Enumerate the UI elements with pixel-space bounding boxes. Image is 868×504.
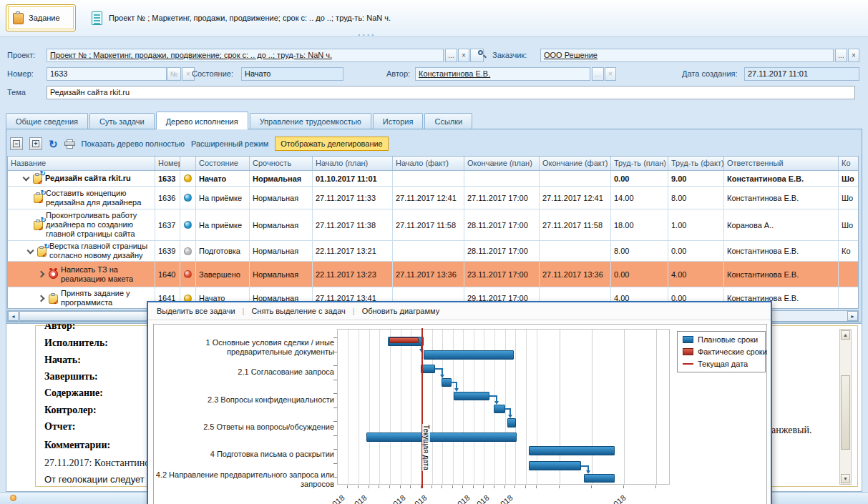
table-row-task-1639[interactable]: ✓↻Верстка главной страницы согласно ново… bbox=[8, 241, 858, 262]
gantt-bar-plan[interactable] bbox=[424, 350, 514, 360]
gantt-bar-plan[interactable] bbox=[529, 461, 581, 470]
number-auto-button[interactable]: № bbox=[167, 67, 181, 81]
author-select-button[interactable]: ... bbox=[592, 67, 604, 81]
gantt-bar-fact[interactable] bbox=[389, 337, 419, 343]
column-header-work_plan[interactable]: Труд-ть (план) bbox=[611, 157, 668, 170]
tab-Дерево исполнения[interactable]: Дерево исполнения bbox=[156, 112, 248, 129]
expander-down-icon[interactable] bbox=[26, 247, 34, 255]
status-circle-cell bbox=[180, 209, 196, 240]
gantt-connector-arrow bbox=[454, 388, 459, 392]
project-select-button[interactable]: ... bbox=[445, 49, 457, 62]
gridline bbox=[348, 330, 348, 484]
task-name-text: Принять задание у программиста bbox=[61, 289, 152, 307]
expander-right-icon[interactable] bbox=[38, 270, 46, 278]
gantt-task-label: 1 Основные условия сделки / иные предвар… bbox=[155, 338, 334, 357]
cell-responsible: Константинова Е.В. bbox=[724, 262, 839, 287]
show-delegation-toggle[interactable]: Отображать делегирование bbox=[275, 137, 388, 151]
cell-responsible: Константинова Е.В. bbox=[724, 241, 839, 261]
author-clear-button[interactable]: × bbox=[605, 67, 616, 81]
column-header-name[interactable]: Название bbox=[8, 157, 155, 170]
column-header-status[interactable] bbox=[180, 157, 196, 170]
table-row-task-1637[interactable]: ✓↻Проконтроливать работу дизайнера по со… bbox=[8, 209, 858, 241]
expander-down-icon[interactable] bbox=[22, 174, 30, 182]
collapse-tree-button[interactable]: − bbox=[10, 137, 23, 150]
refresh-icon[interactable]: ↻ bbox=[49, 139, 58, 149]
project-open-button[interactable] bbox=[470, 49, 484, 62]
cell-controller: Ко bbox=[839, 241, 859, 261]
task-name-text: Верстка главной страницы согласно новому… bbox=[49, 242, 152, 260]
scroll-thumb[interactable] bbox=[841, 375, 850, 450]
gantt-bar-plan[interactable] bbox=[454, 392, 489, 400]
gantt-menu-2[interactable]: Обновить диаграмму bbox=[361, 305, 442, 317]
customer-clear-button[interactable]: × bbox=[848, 49, 859, 62]
scroll-right-arrow[interactable]: ► bbox=[847, 311, 858, 321]
column-header-responsible[interactable]: Ответственный bbox=[724, 157, 839, 170]
column-header-urgency[interactable]: Срочность bbox=[250, 157, 313, 170]
column-header-start_fact[interactable]: Начало (факт) bbox=[393, 157, 464, 170]
x-axis-tick bbox=[442, 485, 442, 488]
tab-История[interactable]: История bbox=[373, 113, 424, 129]
column-header-end_plan[interactable]: Окончание (план) bbox=[464, 157, 540, 170]
subject-field[interactable]: Редизайн сайта rkit.ru bbox=[47, 86, 855, 99]
show-full-tree-button[interactable]: Показать дерево полностью bbox=[82, 139, 185, 148]
project-field[interactable]: Проект № ; Маркетинг, продажи, продвижен… bbox=[47, 49, 444, 62]
print-icon[interactable] bbox=[64, 139, 75, 149]
tab-Ссылки[interactable]: Ссылки bbox=[424, 113, 472, 129]
gantt-bar-plan[interactable] bbox=[421, 365, 435, 373]
column-header-controller[interactable]: Ко bbox=[839, 157, 859, 170]
splitter-grip[interactable]: ···· bbox=[358, 33, 376, 37]
extended-mode-button[interactable]: Расширенный режим bbox=[191, 139, 268, 148]
project-summary-text: Проект № ; Маркетинг, продажи, продвижен… bbox=[109, 14, 391, 22]
column-header-end_fact[interactable]: Окончание (факт) bbox=[540, 157, 611, 170]
task-button[interactable]: Задание bbox=[6, 4, 76, 31]
status-circle-cell bbox=[180, 187, 196, 209]
table-row-task-1636[interactable]: ✓↻Составить концепцию редизайна для диза… bbox=[8, 187, 858, 209]
task-name-cell: ✓↻Составить концепцию редизайна для диза… bbox=[8, 187, 155, 209]
column-header-start_plan[interactable]: Начало (план) bbox=[313, 157, 393, 170]
y-axis-tick bbox=[333, 380, 337, 380]
gridline-major bbox=[624, 330, 625, 484]
gantt-menu-1[interactable]: Снять выделение с задач bbox=[250, 305, 346, 317]
project-summary-item[interactable]: Проект № ; Маркетинг, продажи, продвижен… bbox=[86, 7, 396, 29]
cell-start_plan: 27.11.2017 11:38 bbox=[313, 209, 393, 240]
x-axis-label: 1 2018 bbox=[307, 493, 346, 504]
customer-field[interactable]: ООО Решение bbox=[540, 49, 834, 62]
table-row-task-1633[interactable]: ✓↻Редизайн сайта rkit.ru1633НачатоНормал… bbox=[8, 171, 858, 187]
x-axis-tick bbox=[515, 485, 515, 488]
gantt-menu-0[interactable]: Выделить все задачи bbox=[155, 305, 237, 317]
created-field[interactable]: 27.11.2017 11:01 bbox=[744, 67, 859, 81]
scroll-left-arrow[interactable]: ◄ bbox=[8, 311, 19, 321]
scroll-up-arrow[interactable]: ▲ bbox=[841, 330, 850, 340]
gantt-bar-plan[interactable] bbox=[366, 433, 517, 442]
task-name-cell: ✓↻Верстка главной страницы согласно ново… bbox=[8, 241, 155, 261]
scroll-down-arrow[interactable]: ▼ bbox=[841, 474, 850, 483]
expand-tree-button[interactable]: + bbox=[29, 137, 42, 150]
task-name-text: Проконтроливать работу дизайнера по созд… bbox=[46, 211, 152, 239]
tab-Суть задачи[interactable]: Суть задачи bbox=[89, 113, 155, 129]
gantt-bar-plan[interactable] bbox=[494, 405, 505, 413]
number-field[interactable]: 1633 bbox=[47, 67, 167, 81]
state-field[interactable]: Начато bbox=[241, 67, 343, 81]
column-header-number[interactable]: Номер bbox=[155, 157, 180, 170]
legend-item: Текущая дата bbox=[683, 360, 760, 368]
x-axis-tick bbox=[483, 485, 484, 488]
customer-select-button[interactable]: ... bbox=[835, 49, 847, 62]
details-vertical-scrollbar[interactable]: ▲ ▼ bbox=[839, 329, 852, 485]
gantt-bar-plan[interactable] bbox=[584, 474, 615, 483]
tab-Управление трудоемкостью[interactable]: Управление трудоемкостью bbox=[250, 113, 371, 129]
column-header-state[interactable]: Состояние bbox=[196, 157, 250, 170]
task-button-label: Задание bbox=[29, 14, 60, 22]
author-field[interactable]: Константинова Е.В. bbox=[415, 67, 590, 81]
gantt-bar-plan[interactable] bbox=[442, 378, 452, 387]
tab-Общие сведения[interactable]: Общие сведения bbox=[6, 113, 88, 129]
column-header-work_fact[interactable]: Труд-ть (факт) bbox=[668, 157, 724, 170]
gantt-connector-arrow bbox=[508, 415, 512, 418]
gantt-bar-plan[interactable] bbox=[507, 418, 516, 428]
project-clear-button[interactable]: × bbox=[458, 49, 469, 62]
expander-right-icon[interactable] bbox=[38, 295, 46, 302]
table-row-task-1640[interactable]: Написать ТЗ на реализацию макета1640Заве… bbox=[8, 262, 858, 287]
task-name-text: Составить концепцию редизайна для дизайн… bbox=[46, 189, 152, 207]
y-axis-tick bbox=[333, 352, 337, 352]
x-axis-tick bbox=[591, 485, 592, 488]
gantt-bar-plan[interactable] bbox=[529, 446, 615, 455]
